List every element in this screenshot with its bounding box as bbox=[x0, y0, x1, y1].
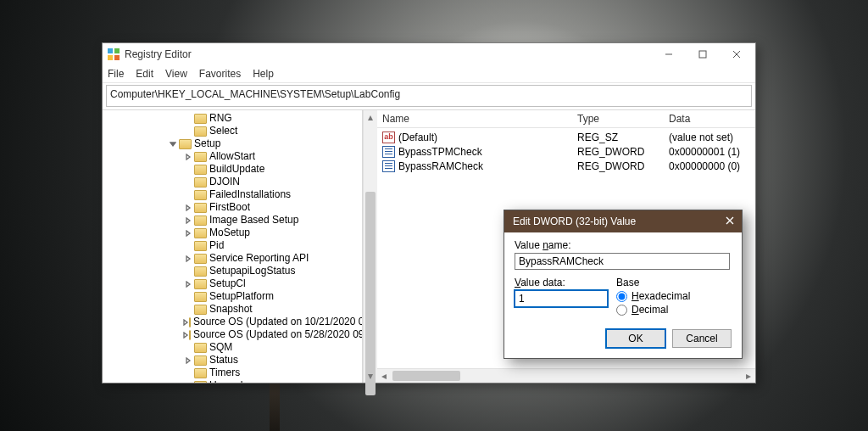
tree-item[interactable]: Pid bbox=[103, 239, 362, 252]
expand-closed-icon[interactable] bbox=[182, 383, 194, 383]
value-row[interactable]: (Default)REG_SZ(value not set) bbox=[382, 130, 755, 144]
tree-item[interactable]: Source OS (Updated on 5/28/2020 09:50:15… bbox=[103, 328, 362, 341]
radio-decimal[interactable]: Decimal bbox=[616, 304, 732, 316]
tree-item-label: Snapshot bbox=[209, 303, 253, 316]
scrollbar-thumb[interactable] bbox=[365, 192, 376, 395]
tree-item[interactable]: SetupCl bbox=[103, 277, 362, 290]
folder-icon bbox=[194, 343, 207, 353]
values-header[interactable]: Name Type Data bbox=[377, 110, 755, 128]
tree-item[interactable]: AllowStart bbox=[103, 150, 362, 163]
tree-item[interactable]: FailedInstallations bbox=[103, 188, 362, 201]
value-data: (value not set) bbox=[669, 132, 755, 143]
tree-item-label: Setup bbox=[194, 137, 220, 150]
tree-item[interactable]: Service Reporting API bbox=[103, 252, 362, 265]
tree-item-label: Upgrade bbox=[209, 379, 248, 383]
title-bar[interactable]: Registry Editor bbox=[103, 43, 755, 65]
folder-icon bbox=[194, 355, 207, 366]
tree-item[interactable]: BuildUpdate bbox=[103, 163, 362, 176]
menu-edit[interactable]: Edit bbox=[136, 68, 153, 80]
tree-item[interactable]: MoSetup bbox=[103, 227, 362, 239]
value-data-field[interactable] bbox=[515, 290, 608, 307]
close-button[interactable] bbox=[720, 43, 754, 65]
radio-hexadecimal-label: Hexadecimal bbox=[632, 290, 690, 302]
menu-file[interactable]: File bbox=[108, 68, 124, 80]
tree-item-label: Pid bbox=[209, 239, 224, 252]
value-data: 0x00000000 (0) bbox=[669, 160, 755, 172]
expand-closed-icon[interactable] bbox=[182, 281, 194, 288]
col-name[interactable]: Name bbox=[382, 113, 577, 125]
value-data-label: Value data: bbox=[515, 277, 616, 288]
dialog-close-button[interactable] bbox=[721, 216, 738, 227]
expand-closed-icon[interactable] bbox=[182, 255, 194, 262]
tree-item[interactable]: Setup bbox=[103, 137, 362, 150]
tree-item[interactable]: FirstBoot bbox=[103, 201, 362, 214]
folder-icon bbox=[189, 317, 191, 327]
ok-button[interactable]: OK bbox=[606, 329, 665, 348]
folder-icon bbox=[194, 266, 207, 277]
folder-icon bbox=[179, 139, 192, 149]
value-type: REG_DWORD bbox=[577, 160, 669, 172]
tree-item[interactable]: Upgrade bbox=[103, 379, 362, 383]
tree-item[interactable]: Image Based Setup bbox=[103, 214, 362, 227]
tree-item[interactable]: SetupapiLogStatus bbox=[103, 265, 362, 277]
tree-item-label: AllowStart bbox=[209, 150, 255, 163]
tree-item[interactable]: Select bbox=[103, 125, 362, 137]
tree-vertical-scrollbar[interactable]: ▴ ▾ bbox=[363, 110, 377, 383]
col-type[interactable]: Type bbox=[577, 113, 669, 125]
dialog-title: Edit DWORD (32-bit) Value bbox=[513, 216, 721, 227]
tree-view[interactable]: RNGSelectSetupAllowStartBuildUpdateDJOIN… bbox=[103, 110, 362, 383]
expand-closed-icon[interactable] bbox=[182, 332, 189, 339]
tree-item[interactable]: SetupPlatform bbox=[103, 290, 362, 303]
radio-hexadecimal-input[interactable] bbox=[616, 291, 627, 302]
dialog-title-bar[interactable]: Edit DWORD (32-bit) Value bbox=[504, 210, 742, 232]
menu-help[interactable]: Help bbox=[253, 68, 274, 80]
expand-closed-icon[interactable] bbox=[182, 217, 194, 224]
expand-closed-icon[interactable] bbox=[182, 154, 194, 160]
tree-item[interactable]: Timers bbox=[103, 367, 362, 379]
scroll-right-icon[interactable]: ▸ bbox=[742, 369, 755, 383]
tree-item-label: SQM bbox=[209, 341, 232, 354]
radio-hexadecimal[interactable]: Hexadecimal bbox=[616, 290, 732, 302]
expand-closed-icon[interactable] bbox=[182, 230, 194, 237]
tree-item-label: DJOIN bbox=[209, 176, 240, 188]
tree-item[interactable]: RNG bbox=[103, 112, 362, 125]
tree-item-label: SetupapiLogStatus bbox=[209, 265, 295, 277]
dword-value-icon bbox=[382, 160, 395, 172]
folder-icon bbox=[189, 330, 191, 340]
address-bar[interactable]: Computer\HKEY_LOCAL_MACHINE\SYSTEM\Setup… bbox=[106, 85, 752, 107]
value-name-field[interactable] bbox=[515, 253, 730, 270]
menu-view[interactable]: View bbox=[165, 68, 187, 80]
radio-decimal-input[interactable] bbox=[616, 305, 627, 316]
cancel-button[interactable]: Cancel bbox=[672, 329, 732, 348]
scrollbar-thumb[interactable] bbox=[392, 371, 460, 381]
tree-item[interactable]: Source OS (Updated on 10/21/2020 05:54:5… bbox=[103, 316, 362, 328]
scroll-left-icon[interactable]: ◂ bbox=[377, 369, 391, 383]
value-row[interactable]: BypassTPMCheckREG_DWORD0x00000001 (1) bbox=[382, 144, 755, 159]
folder-icon bbox=[194, 152, 207, 162]
folder-icon bbox=[194, 279, 207, 289]
menu-favorites[interactable]: Favorites bbox=[199, 68, 241, 80]
folder-icon bbox=[194, 228, 207, 238]
tree-item[interactable]: SQM bbox=[103, 341, 362, 354]
values-horizontal-scrollbar[interactable]: ◂ ▸ bbox=[377, 368, 755, 383]
minimize-button[interactable] bbox=[652, 43, 686, 65]
tree-item[interactable]: Snapshot bbox=[103, 303, 362, 316]
scroll-down-icon[interactable]: ▾ bbox=[364, 369, 377, 383]
dword-value-icon bbox=[382, 146, 395, 158]
col-data[interactable]: Data bbox=[669, 113, 755, 125]
expand-closed-icon[interactable] bbox=[182, 319, 189, 326]
tree-item[interactable]: Status bbox=[103, 354, 362, 367]
scroll-up-icon[interactable]: ▴ bbox=[364, 110, 377, 124]
expand-closed-icon[interactable] bbox=[182, 357, 194, 364]
value-row[interactable]: BypassRAMCheckREG_DWORD0x00000000 (0) bbox=[382, 159, 755, 173]
expand-closed-icon[interactable] bbox=[182, 204, 194, 211]
tree-item[interactable]: DJOIN bbox=[103, 176, 362, 188]
maximize-button[interactable] bbox=[686, 43, 720, 65]
tree-item-label: Source OS (Updated on 10/21/2020 05:54:5… bbox=[193, 316, 362, 328]
expand-open-icon[interactable] bbox=[167, 141, 179, 148]
tree-item-label: FailedInstallations bbox=[209, 188, 291, 201]
tree-item-label: MoSetup bbox=[209, 227, 250, 239]
tree-item-label: RNG bbox=[209, 112, 232, 125]
tree-item-label: Status bbox=[209, 354, 238, 367]
folder-icon bbox=[194, 292, 207, 302]
